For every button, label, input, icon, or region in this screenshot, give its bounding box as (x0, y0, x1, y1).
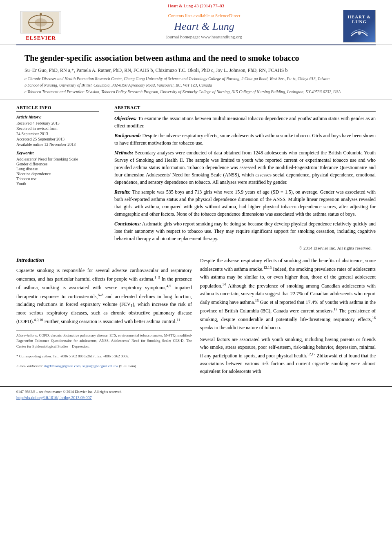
conclusions-text: Asthmatic girls who report smoking may b… (114, 221, 376, 241)
body-section: Introduction Cigarette smoking is respon… (0, 250, 392, 386)
affiliation-3: c Tobacco Treatment and Prevention Divis… (24, 89, 368, 95)
article-authors: Su–Er Guo, PhD, RN a,*, Pamela A. Ratner… (24, 67, 368, 74)
keyword-2: Gender differences (16, 162, 99, 166)
abstract-header: ABSTRACT (114, 105, 376, 112)
article-title-section: The gender-specific association between … (0, 45, 392, 100)
body-right-col: Despite the adverse respiratory effects … (200, 257, 376, 380)
article-info-column: ARTICLE INFO Article history: Received 4… (16, 105, 106, 250)
right-para-1: Despite the adverse respiratory effects … (200, 257, 376, 332)
background-label: Background: (114, 133, 141, 138)
elsevier-logo-image (20, 11, 61, 33)
keywords-label: Keywords: (16, 151, 99, 155)
abstract-results: Results: The sample was 535 boys and 713… (114, 188, 376, 218)
body-two-col: Introduction Cigarette smoking is respon… (16, 257, 376, 380)
email-link-1[interactable]: skg90huang@gmail.com (44, 364, 80, 368)
conclusions-label: Conclusions: (114, 221, 141, 227)
journal-title: Heart & Lung (74, 20, 335, 33)
abstract-methods: Methods: Secondary analyses were conduct… (114, 149, 376, 186)
results-text: The sample was 535 boys and 713 girls wh… (114, 189, 376, 217)
elsevier-label: ELSEVIER (26, 35, 56, 41)
svg-point-5 (40, 13, 42, 16)
info-abstract-section: ARTICLE INFO Article history: Received 4… (0, 100, 392, 250)
journal-meta: Heart & Lung 43 (2014) 77–83 (16, 3, 376, 8)
doi-anchor[interactable]: http://dx.doi.org/10.1016/j.hrtlng.2013.… (16, 395, 92, 400)
keyword-4: Nicotine dependence (16, 172, 99, 176)
article-info-header: ARTICLE INFO (16, 105, 99, 112)
copyright: © 2014 Elsevier Inc. All rights reserved… (114, 245, 376, 250)
journal-header: Heart & Lung 43 (2014) 77–83 ELSEVIER Co… (0, 0, 392, 45)
intro-para-1: Cigarette smoking is responsible for sev… (16, 267, 192, 326)
date-revised: 24 September 2013 (16, 132, 99, 136)
corresponding-author-footnote: * Corresponding author. Tel.: +886 5 362… (16, 353, 192, 359)
journal-logo-right: HEART & LUNG (343, 10, 376, 42)
date-revised-label: Received in revised form (16, 126, 99, 131)
email-link-2[interactable]: seguo@gw.cgust.edu.tw (82, 364, 118, 368)
objectives-label: Objectives: (114, 116, 137, 121)
keyword-3: Lung disease (16, 167, 99, 171)
objectives-text: To examine the associations between mult… (114, 116, 376, 129)
issn-text: 0147-9563/$ – see front matter © 2014 El… (16, 389, 376, 395)
affiliation-1: a Chronic Diseases and Health Promotion … (24, 76, 368, 82)
right-para-2: Several factors are associated with yout… (200, 336, 376, 376)
affiliation-2: b School of Nursing, University of Briti… (24, 83, 368, 88)
doi-link[interactable]: http://dx.doi.org/10.1016/j.hrtlng.2013.… (16, 395, 376, 401)
abbreviations-footnote: Abbreviations: COPD, chronic obstructive… (16, 333, 192, 350)
methods-label: Methods: (114, 150, 134, 156)
sciencedirect-link[interactable]: Contents lists available at ScienceDirec… (74, 13, 335, 18)
svg-point-6 (40, 29, 42, 32)
date-received: Received 4 February 2013 (16, 121, 99, 125)
date-accepted: Accepted 25 September 2013 (16, 137, 99, 141)
journal-center: Contents lists available at ScienceDirec… (65, 13, 343, 39)
keyword-1: Adolescents' Need for Smoking Scale (16, 157, 99, 161)
abstract-background: Background: Despite the adverse respirat… (114, 132, 376, 147)
journal-homepage: journal homepage: www.heartandlung.org (74, 34, 335, 39)
abstract-text: Objectives: To examine the associations … (114, 115, 376, 242)
email-footnote: E-mail addresses: skg90huang@gmail.com, … (16, 363, 192, 369)
body-left-col: Introduction Cigarette smoking is respon… (16, 257, 192, 380)
abstract-column: ABSTRACT Objectives: To examine the asso… (114, 105, 376, 250)
keyword-5: Tobacco use (16, 176, 99, 181)
intro-heading: Introduction (16, 257, 192, 263)
article-history-label: Article history: (16, 115, 99, 119)
svg-point-7 (358, 31, 361, 35)
article-title: The gender-specific association between … (24, 53, 368, 63)
elsevier-logo: ELSEVIER (16, 11, 65, 41)
keyword-6: Youth (16, 181, 99, 186)
background-text: Despite the adverse respiratory effects,… (114, 133, 376, 146)
footnote-section: 0147-9563/$ – see front matter © 2014 El… (0, 386, 392, 403)
affiliations: a Chronic Diseases and Health Promotion … (24, 76, 368, 95)
abstract-objectives: Objectives: To examine the associations … (114, 115, 376, 129)
date-online: Available online 12 November 2013 (16, 142, 99, 147)
methods-text: Secondary analyses were conducted of dat… (114, 150, 376, 185)
keywords-section: Keywords: Adolescents' Need for Smoking … (16, 151, 99, 186)
abstract-conclusions: Conclusions: Asthmatic girls who report … (114, 220, 376, 242)
results-label: Results: (114, 189, 131, 195)
